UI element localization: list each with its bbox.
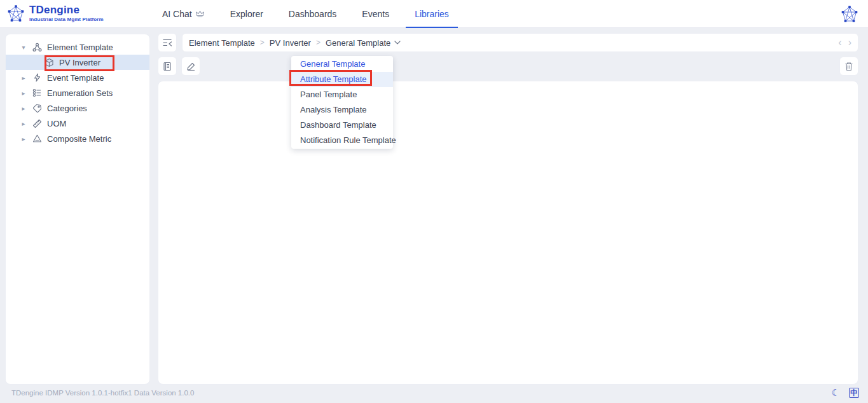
triangle-icon xyxy=(32,134,42,144)
menu-item-analysis-template[interactable]: Analysis Template xyxy=(291,102,393,118)
nav-dashboards[interactable]: Dashboards xyxy=(289,0,337,28)
footer: TDengine IDMP Version 1.0.1-hotfix1 Data… xyxy=(0,385,868,403)
sidebar-item-uom[interactable]: ▸ UOM xyxy=(6,116,149,131)
breadcrumb-element-template[interactable]: Element Template xyxy=(189,38,255,48)
view-document-button[interactable] xyxy=(158,57,177,76)
sidebar-item-label: Event Template xyxy=(47,73,104,83)
sidebar-item-label: Categories xyxy=(47,104,87,113)
sidebar: ▾ Element Template PV Inverter ▸ xyxy=(5,34,150,385)
tdengine-network-icon xyxy=(6,4,25,23)
chevron-right-icon[interactable]: ▸ xyxy=(20,90,27,97)
sidebar-item-composite-metric[interactable]: ▸ Composite Metric xyxy=(6,131,149,146)
enum-list-icon xyxy=(32,88,42,98)
ai-chat-crown-icon xyxy=(195,9,205,19)
template-section-dropdown: General Template Attribute Template Pane… xyxy=(291,56,393,149)
menu-item-panel-template[interactable]: Panel Template xyxy=(291,87,393,102)
edit-button[interactable] xyxy=(181,57,200,76)
hierarchy-icon xyxy=(32,43,42,52)
delete-button[interactable] xyxy=(839,57,858,76)
menu-item-attribute-template[interactable]: Attribute Template xyxy=(291,72,393,87)
chevron-right-icon[interactable]: ▸ xyxy=(20,74,27,81)
sidebar-item-element-template[interactable]: ▾ Element Template xyxy=(6,39,149,55)
sidebar-item-enumeration-sets[interactable]: ▸ Enumeration Sets xyxy=(6,85,149,100)
logo-title: TDengine xyxy=(29,4,104,15)
nav-ai-chat[interactable]: AI Chat xyxy=(162,0,205,28)
header-network-icon[interactable] xyxy=(840,4,859,24)
sidebar-item-pv-inverter[interactable]: PV Inverter xyxy=(6,55,149,70)
sidebar-item-label: Composite Metric xyxy=(47,134,111,144)
breadcrumb-separator: > xyxy=(260,38,265,47)
main-nav: AI Chat Explorer Dashboards Events Libra… xyxy=(162,0,449,28)
menu-item-general-template[interactable]: General Template xyxy=(291,57,393,72)
chevron-right-icon[interactable]: ▸ xyxy=(20,105,27,112)
dark-mode-icon[interactable]: ☾ xyxy=(832,387,840,399)
menu-item-notification-rule-template[interactable]: Notification Rule Template xyxy=(291,133,393,148)
header: TDengine Industrial Data Mgmt Platform A… xyxy=(0,0,868,28)
ruler-icon xyxy=(32,119,42,128)
tag-icon xyxy=(32,104,42,113)
sidebar-item-label: PV Inverter xyxy=(59,58,100,67)
menu-item-dashboard-template[interactable]: Dashboard Template xyxy=(291,118,393,133)
chevron-down-icon[interactable]: ▾ xyxy=(20,44,27,51)
chevron-right-icon[interactable]: ▸ xyxy=(20,135,27,142)
collapse-list-icon xyxy=(162,38,172,47)
document-icon xyxy=(163,62,172,71)
page-forward-icon[interactable]: › xyxy=(848,38,851,48)
chevron-down-icon[interactable] xyxy=(394,41,401,44)
sidebar-item-label: UOM xyxy=(47,119,66,128)
sidebar-item-label: Element Template xyxy=(47,43,113,52)
language-toggle-icon[interactable]: 中 xyxy=(849,388,859,398)
sidebar-item-event-template[interactable]: ▸ Event Template xyxy=(6,70,149,85)
lightning-icon xyxy=(32,73,42,83)
breadcrumb: Element Template > PV Inverter > General… xyxy=(182,33,858,52)
pencil-icon xyxy=(186,62,196,71)
sidebar-item-label: Enumeration Sets xyxy=(47,88,113,98)
general-template-panel xyxy=(158,81,858,385)
library-tree: ▾ Element Template PV Inverter ▸ xyxy=(6,34,149,146)
breadcrumb-separator: > xyxy=(316,38,320,47)
logo-subtitle: Industrial Data Mgmt Platform xyxy=(29,17,104,22)
trash-icon xyxy=(844,62,853,71)
version-text: TDengine IDMP Version 1.0.1-hotfix1 Data… xyxy=(11,389,194,397)
nav-explorer[interactable]: Explorer xyxy=(230,0,263,28)
breadcrumb-general-template[interactable]: General Template xyxy=(326,38,390,48)
collapse-sidebar-button[interactable] xyxy=(158,33,177,52)
nav-libraries[interactable]: Libraries xyxy=(415,0,449,28)
tdengine-logo[interactable]: TDengine Industrial Data Mgmt Platform xyxy=(6,4,104,23)
cube-icon xyxy=(45,58,54,67)
nav-events[interactable]: Events xyxy=(362,0,389,28)
chevron-right-icon[interactable]: ▸ xyxy=(20,120,27,127)
page-back-icon[interactable]: ‹ xyxy=(838,38,841,48)
breadcrumb-pv-inverter[interactable]: PV Inverter xyxy=(270,38,311,48)
sidebar-item-categories[interactable]: ▸ Categories xyxy=(6,100,149,116)
